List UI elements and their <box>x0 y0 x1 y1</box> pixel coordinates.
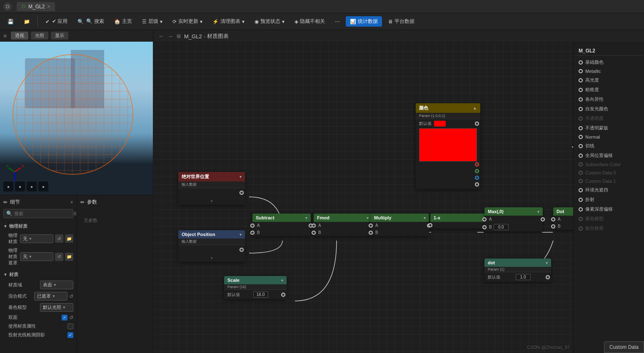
save-button[interactable]: 💾 <box>3 17 18 26</box>
scale-default-value[interactable]: 16.0 <box>253 291 268 298</box>
output-item-front-material[interactable]: 前方材质 <box>575 224 642 233</box>
hierarchy-button[interactable]: ☰ 层级 ▾ <box>138 16 167 27</box>
output-item-pixel-depth-offset[interactable]: 像素深度偏移 <box>575 204 642 214</box>
dotparam-default-value[interactable]: 1.0 <box>516 274 531 280</box>
dot-b-in-pin[interactable] <box>551 224 555 229</box>
abs-expand[interactable]: ▾ <box>211 199 213 203</box>
multiply-b-in-pin[interactable] <box>369 231 373 235</box>
color-node-chevron[interactable]: ▲ <box>473 106 477 110</box>
subtract-b-in-pin[interactable] <box>250 231 255 235</box>
fit-view-button[interactable]: ⊞ <box>177 33 181 39</box>
output-item-ao[interactable]: 环境光遮挡 <box>575 185 642 195</box>
color-r-pin[interactable] <box>475 162 479 167</box>
platform-data-button[interactable]: 🖥 平台数据 <box>384 16 419 27</box>
output-item-specular[interactable]: 高光度 <box>575 75 642 85</box>
home-button[interactable]: 🏠 主页 <box>110 16 136 27</box>
scale-chevron[interactable]: ▾ <box>281 278 283 283</box>
phys-material-section[interactable]: ▼ 物理材质 <box>3 221 73 231</box>
max-out-pin[interactable] <box>541 217 545 221</box>
output-item-emissive[interactable]: 自发光颜色 <box>575 104 642 114</box>
max-chevron[interactable]: ▾ <box>537 209 539 214</box>
dot-a-in-pin[interactable] <box>551 217 555 221</box>
clean-graph-button[interactable]: ⚡ 清理图表 ▾ <box>208 16 249 27</box>
apply-button[interactable]: ✔ ✔ 应用 <box>41 16 72 27</box>
output-item-roughness[interactable]: 粗糙度 <box>575 85 642 94</box>
show-button[interactable]: 显示 <box>51 32 68 40</box>
objpos-output-pin[interactable] <box>240 248 244 252</box>
browse-button[interactable]: 📁 <box>20 17 34 26</box>
output-item-base-color[interactable]: 基础颜色 <box>575 57 642 67</box>
tab-close-icon[interactable]: × <box>47 4 50 10</box>
output-item-custom-data-1[interactable]: Custom Data 1 <box>575 177 642 185</box>
detail-close-button[interactable]: × <box>70 199 73 205</box>
phys-material-reset-btn[interactable]: ↺ <box>55 234 63 243</box>
preview-state-button[interactable]: ◉ 预览状态 ▾ <box>250 16 289 27</box>
objpos-expand[interactable]: ▾ <box>211 256 213 260</box>
breadcrumb-project[interactable]: M_GL2 <box>184 33 202 40</box>
back-arrow-button[interactable]: ← <box>158 33 164 40</box>
output-item-normal[interactable]: Normal <box>575 133 642 141</box>
raytrace-checkbox[interactable]: ✓ <box>67 332 73 338</box>
output-item-refraction[interactable]: 折射 <box>575 195 642 204</box>
color-output-pin[interactable] <box>475 122 479 126</box>
max-a-in-pin[interactable] <box>482 217 487 221</box>
overlay-btn-4[interactable]: ● <box>38 181 48 191</box>
fmod-b-in-pin[interactable] <box>312 231 316 235</box>
max-b-in-pin[interactable] <box>482 225 487 229</box>
subtract-chevron[interactable]: ▾ <box>305 216 307 220</box>
output-item-custom-data-0[interactable]: Custom Data 0 <box>575 169 642 177</box>
abs-chevron[interactable]: ▾ <box>240 174 242 179</box>
main-tab[interactable]: ⬡ M_GL2 × <box>17 2 55 11</box>
hamburger-icon[interactable]: ≡ <box>3 32 7 39</box>
node-canvas[interactable]: 颜色 ▲ Param (1,0,0,1) 默认值 <box>153 43 573 353</box>
phys-material-mask-reset-btn[interactable]: ↺ <box>55 253 63 261</box>
two-sided-checkbox[interactable]: ✓ <box>62 315 67 321</box>
output-item-shading-model[interactable]: 着色模型 <box>575 214 642 224</box>
color-swatch[interactable] <box>434 121 446 127</box>
fmod-a-in-pin[interactable] <box>312 224 316 228</box>
forward-arrow-button[interactable]: → <box>167 33 173 40</box>
color-a-pin[interactable] <box>475 182 479 186</box>
stats-button[interactable]: 📊 统计数据 <box>346 16 382 27</box>
overlay-btn-3[interactable]: ● <box>27 181 37 191</box>
material-domain-select[interactable]: 表面 ▾ <box>40 281 73 289</box>
more-options-button[interactable]: ⋯ <box>331 17 344 26</box>
hide-irrelevant-button[interactable]: ◈ 隐藏不相关 <box>290 16 329 27</box>
use-material-attr-checkbox[interactable] <box>67 323 73 329</box>
material-section[interactable]: ▼ 材质 <box>3 270 73 279</box>
search-button[interactable]: 🔍 🔍 搜索 <box>73 16 108 27</box>
detail-search-input[interactable] <box>14 211 72 216</box>
max-b-value[interactable]: 0.0 <box>494 224 509 230</box>
output-item-anisotropy[interactable]: 各向异性 <box>575 94 642 104</box>
viewport[interactable]: X Y Z ● ● ● ● <box>0 42 153 195</box>
scale-out-pin[interactable] <box>281 293 285 297</box>
two-sided-reset[interactable]: ↺ <box>69 315 73 321</box>
overlay-btn-2[interactable]: ● <box>15 181 25 191</box>
dotparam-out-pin[interactable] <box>546 275 550 279</box>
dotparam-chevron[interactable]: ▾ <box>546 261 548 265</box>
subtract-a-in-pin[interactable] <box>250 224 255 228</box>
output-item-opacity-mask[interactable]: 不透明蒙版 <box>575 123 642 133</box>
grid-view-icon[interactable]: ⊞ <box>73 211 77 216</box>
output-item-tangent[interactable]: 切线 <box>575 141 642 151</box>
output-item-subsurface[interactable]: Subsurface Color <box>575 160 642 169</box>
output-item-metallic[interactable]: Metallic <box>575 67 642 75</box>
blend-mode-select[interactable]: 已遮罩 ▾ <box>34 292 67 301</box>
shading-model-select[interactable]: 默认光照 ▾ <box>40 303 73 312</box>
fmod-chevron[interactable]: ▾ <box>367 216 369 220</box>
color-b-pin[interactable] <box>475 176 479 180</box>
output-item-world-pos-offset[interactable]: 全局位置偏移 <box>575 151 642 160</box>
phys-material-mask-select[interactable]: 无 ▾ <box>20 252 53 261</box>
output-item-opacity[interactable]: 不透明度 <box>575 114 642 123</box>
multiply-chevron[interactable]: ▾ <box>424 216 426 220</box>
objpos-chevron[interactable]: ▾ <box>240 232 242 237</box>
abs-output-pin[interactable] <box>240 191 244 195</box>
color-g-pin[interactable] <box>475 169 479 173</box>
blend-reset-icon[interactable]: ↺ <box>69 293 73 299</box>
transparent-button[interactable]: 透视 <box>11 32 28 40</box>
phys-material-browse-btn[interactable]: 📁 <box>65 234 73 243</box>
realtime-update-button[interactable]: ⟳ 实时更新 ▾ <box>168 16 207 27</box>
phys-material-select[interactable]: 无 ▾ <box>20 234 53 243</box>
overlay-btn-1[interactable]: ● <box>3 181 13 191</box>
multiply-a-in-pin[interactable] <box>369 224 373 228</box>
